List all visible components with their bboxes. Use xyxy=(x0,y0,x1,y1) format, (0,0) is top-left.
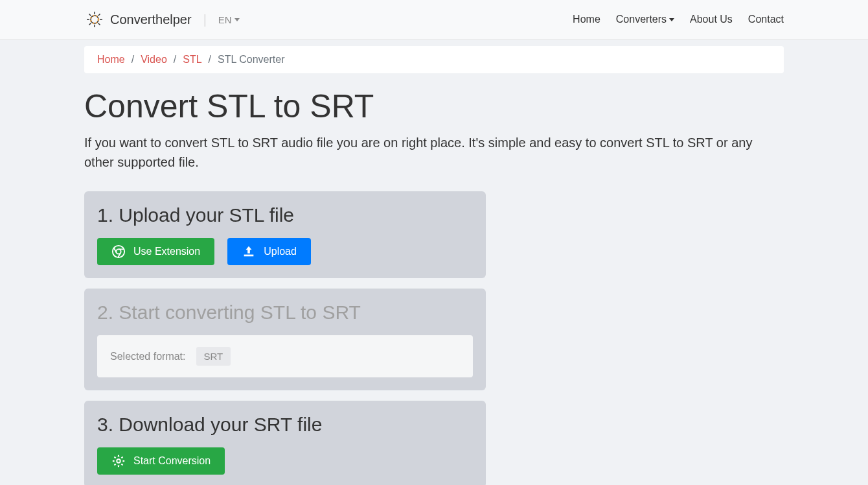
breadcrumb-separator: / xyxy=(131,54,134,65)
svg-rect-4 xyxy=(244,255,254,257)
start-conversion-button[interactable]: Start Conversion xyxy=(97,447,225,475)
chevron-down-icon xyxy=(234,18,240,21)
gear-logo-icon xyxy=(84,9,105,30)
nav-links: Home Converters About Us Contact xyxy=(573,14,784,25)
brand-name: Converthelper xyxy=(110,12,192,27)
breadcrumb-stl[interactable]: STL xyxy=(183,54,201,65)
chrome-icon xyxy=(111,244,126,259)
format-label: Selected format: xyxy=(110,351,186,362)
page-title: Convert STL to SRT xyxy=(84,88,784,125)
step3-card: 3. Download your SRT file Start Conversi… xyxy=(84,401,486,485)
upload-label: Upload xyxy=(264,246,297,257)
breadcrumb: Home / Video / STL / STL Converter xyxy=(84,46,784,73)
start-conversion-label: Start Conversion xyxy=(133,455,211,467)
step2-card: 2. Start converting STL to SRT Selected … xyxy=(84,289,486,390)
page-subtitle: If you want to convert STL to SRT audio … xyxy=(84,133,784,172)
upload-icon xyxy=(242,244,256,259)
format-box: Selected format: SRT xyxy=(97,335,473,377)
separator: | xyxy=(203,12,207,27)
breadcrumb-video[interactable]: Video xyxy=(141,54,167,65)
nav-converters[interactable]: Converters xyxy=(616,14,674,25)
format-badge[interactable]: SRT xyxy=(196,347,231,366)
breadcrumb-home[interactable]: Home xyxy=(97,54,125,65)
use-extension-button[interactable]: Use Extension xyxy=(97,238,214,265)
cog-icon xyxy=(111,454,126,468)
nav-contact[interactable]: Contact xyxy=(748,14,784,25)
step3-title: 3. Download your SRT file xyxy=(97,414,473,436)
svg-point-0 xyxy=(91,16,98,23)
nav-converters-label: Converters xyxy=(616,14,667,25)
breadcrumb-separator: / xyxy=(209,54,211,65)
step1-card: 1. Upload your STL file Use Extension xyxy=(84,191,486,278)
step1-title: 1. Upload your STL file xyxy=(97,204,473,226)
language-selector[interactable]: EN xyxy=(218,14,240,25)
use-extension-label: Use Extension xyxy=(133,246,200,257)
breadcrumb-current: STL Converter xyxy=(218,54,284,65)
brand[interactable]: Converthelper | EN xyxy=(84,9,240,30)
breadcrumb-separator: / xyxy=(174,54,176,65)
nav-home[interactable]: Home xyxy=(573,14,600,25)
upload-button[interactable]: Upload xyxy=(227,238,311,265)
nav-about[interactable]: About Us xyxy=(690,14,733,25)
language-label: EN xyxy=(218,14,232,25)
navbar: Converthelper | EN Home Converters About… xyxy=(0,0,868,40)
chevron-down-icon xyxy=(669,18,674,21)
step2-title: 2. Start converting STL to SRT xyxy=(97,302,473,324)
